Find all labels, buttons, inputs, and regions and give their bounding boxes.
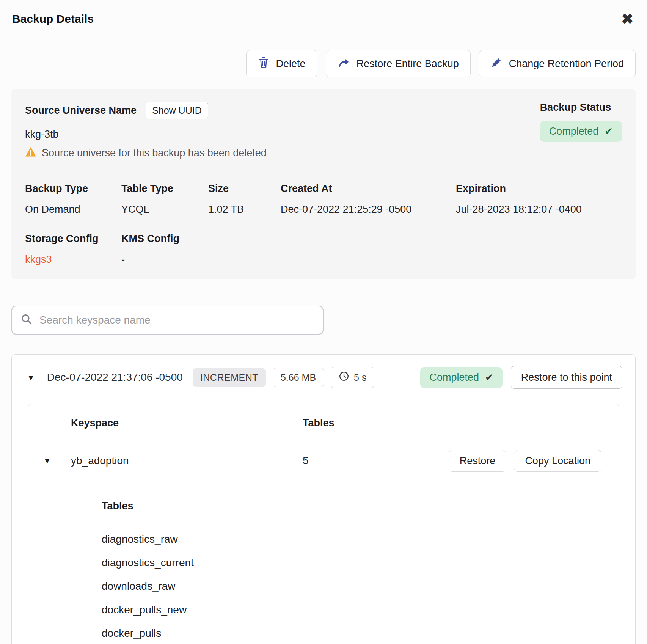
field-label: Backup Type bbox=[25, 183, 121, 195]
keyspace-column-header: Keyspace bbox=[71, 417, 303, 429]
change-retention-period-button[interactable]: Change Retention Period bbox=[479, 50, 636, 77]
close-button[interactable]: ✖ bbox=[618, 10, 636, 28]
field-label: Expiration bbox=[456, 183, 622, 195]
table-name-item: docker_pulls_new bbox=[102, 598, 601, 622]
field-backup-type: Backup Type On Demand bbox=[25, 183, 121, 215]
keyspace-search bbox=[11, 306, 324, 335]
table-name-item: diagnostics_current bbox=[102, 551, 601, 575]
field-label: Size bbox=[208, 183, 281, 195]
field-label: Created At bbox=[281, 183, 456, 195]
search-input[interactable] bbox=[39, 314, 314, 326]
field-created-at: Created At Dec-07-2022 21:25:29 -0500 bbox=[281, 183, 456, 215]
increment-header: ▼ Dec-07-2022 21:37:06 -0500 INCREMENT 5… bbox=[12, 355, 635, 389]
source-universe-label: Source Universe Name bbox=[25, 105, 137, 116]
tables-column-header: Tables bbox=[303, 417, 334, 429]
restore-button[interactable]: Restore bbox=[449, 450, 507, 472]
kms-config-value: - bbox=[121, 254, 208, 265]
status-badge: Completed ✔ bbox=[540, 121, 622, 142]
keyspace-table-card: Keyspace Tables ▼ yb_adoption 5 Restore … bbox=[28, 404, 619, 644]
increment-status-text: Completed bbox=[429, 372, 479, 383]
restore-entire-backup-label: Restore Entire Backup bbox=[356, 58, 459, 70]
field-storage-config: Storage Config kkgs3 bbox=[25, 233, 121, 265]
tables-subsection-divider bbox=[96, 522, 601, 522]
keyspace-table-header: Keyspace Tables bbox=[28, 417, 619, 438]
field-expiration: Expiration Jul-28-2023 18:12:07 -0400 bbox=[456, 183, 622, 215]
trash-icon bbox=[258, 57, 269, 71]
backup-status-block: Backup Status Completed ✔ bbox=[540, 102, 622, 160]
field-kms-config: KMS Config - bbox=[121, 233, 208, 265]
field-value: Jul-28-2023 18:12:07 -0400 bbox=[456, 204, 622, 215]
search-icon bbox=[20, 313, 33, 327]
status-badge-text: Completed bbox=[549, 126, 599, 137]
copy-location-button[interactable]: Copy Location bbox=[514, 450, 601, 472]
storage-config-link[interactable]: kkgs3 bbox=[25, 254, 52, 265]
caret-down-icon[interactable]: ▼ bbox=[43, 456, 51, 465]
keyspace-name: yb_adoption bbox=[71, 455, 303, 467]
config-row: Storage Config kkgs3 KMS Config - bbox=[25, 233, 622, 265]
clock-icon bbox=[339, 371, 349, 384]
restore-entire-backup-button[interactable]: Restore Entire Backup bbox=[326, 50, 471, 77]
field-size: Size 1.02 TB bbox=[208, 183, 281, 215]
increment-type-badge: INCREMENT bbox=[193, 368, 266, 387]
increment-card: ▼ Dec-07-2022 21:37:06 -0500 INCREMENT 5… bbox=[11, 354, 636, 644]
warning-icon bbox=[25, 146, 36, 160]
universe-deleted-warning: Source universe for this backup has been… bbox=[42, 147, 267, 159]
field-table-type: Table Type YCQL bbox=[121, 183, 208, 215]
delete-button[interactable]: Delete bbox=[246, 50, 317, 77]
modal-header: Backup Details ✖ bbox=[0, 0, 647, 38]
backup-status-label: Backup Status bbox=[540, 102, 622, 113]
check-icon: ✔ bbox=[605, 126, 613, 137]
increment-size-badge: 5.66 MB bbox=[273, 368, 324, 387]
keyspace-row: ▼ yb_adoption 5 Restore Copy Location bbox=[28, 438, 619, 485]
table-name-item: diagnostics_raw bbox=[102, 528, 601, 551]
tables-subsection: Tables diagnostics_raw diagnostics_curre… bbox=[28, 485, 619, 644]
source-universe-block: Source Universe Name Show UUID kkg-3tb S… bbox=[25, 102, 267, 160]
pencil-icon bbox=[491, 57, 502, 71]
change-retention-period-label: Change Retention Period bbox=[509, 58, 624, 70]
universe-name: kkg-3tb bbox=[25, 129, 267, 140]
storage-config-label: Storage Config bbox=[25, 233, 121, 245]
summary-divider bbox=[11, 171, 636, 171]
backup-fields-row: Backup Type On Demand Table Type YCQL Si… bbox=[25, 183, 622, 215]
increment-status-badge: Completed ✔ bbox=[420, 367, 502, 388]
increment-duration-text: 5 s bbox=[354, 372, 366, 383]
show-uuid-button[interactable]: Show UUID bbox=[146, 102, 208, 119]
close-icon: ✖ bbox=[621, 11, 633, 27]
toolbar: Delete Restore Entire Backup Change Rete… bbox=[11, 50, 636, 77]
caret-down-icon[interactable]: ▼ bbox=[27, 374, 35, 382]
delete-button-label: Delete bbox=[276, 58, 306, 70]
page-title: Backup Details bbox=[12, 13, 94, 25]
field-value: Dec-07-2022 21:25:29 -0500 bbox=[281, 204, 456, 215]
field-value: YCQL bbox=[121, 204, 208, 215]
table-name-item: docker_pulls bbox=[102, 622, 601, 644]
field-value: On Demand bbox=[25, 204, 121, 215]
restore-arrow-icon bbox=[338, 57, 350, 71]
increment-timestamp: Dec-07-2022 21:37:06 -0500 bbox=[47, 371, 183, 383]
increment-duration-badge: 5 s bbox=[331, 367, 374, 388]
tables-count: 5 bbox=[303, 455, 449, 467]
field-value: 1.02 TB bbox=[208, 204, 281, 215]
tables-subsection-header: Tables bbox=[102, 500, 601, 512]
modal-body: Delete Restore Entire Backup Change Rete… bbox=[0, 50, 647, 644]
tables-list: diagnostics_raw diagnostics_current down… bbox=[102, 528, 601, 644]
restore-to-this-point-button[interactable]: Restore to this point bbox=[511, 366, 622, 389]
check-icon: ✔ bbox=[485, 372, 493, 383]
backup-summary-panel: Source Universe Name Show UUID kkg-3tb S… bbox=[11, 89, 636, 279]
table-name-item: downloads_raw bbox=[102, 575, 601, 598]
kms-config-label: KMS Config bbox=[121, 233, 208, 245]
field-label: Table Type bbox=[121, 183, 208, 195]
